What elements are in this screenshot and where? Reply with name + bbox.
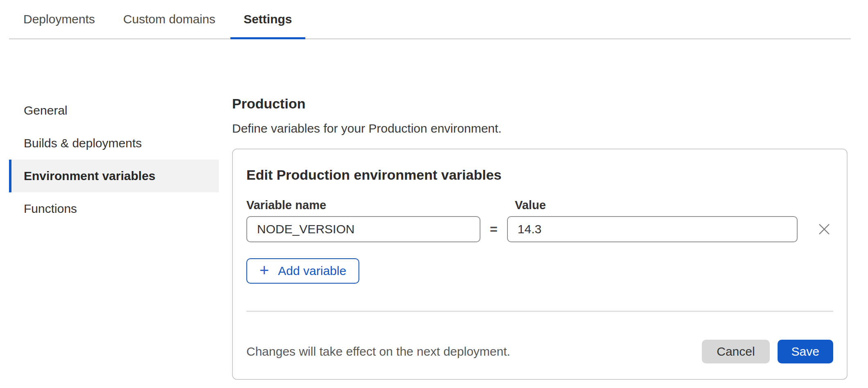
cancel-button[interactable]: Cancel (702, 340, 769, 363)
tab-deployments[interactable]: Deployments (10, 0, 108, 38)
content-area: General Builds & deployments Environment… (0, 40, 868, 388)
page-description: Define variables for your Production env… (232, 121, 868, 136)
top-tab-bar: Deployments Custom domains Settings (9, 0, 851, 39)
card-divider (246, 311, 833, 312)
variable-name-label: Variable name (246, 198, 510, 212)
card-title: Edit Production environment variables (246, 167, 833, 183)
page-title: Production (232, 95, 868, 112)
remove-variable-button[interactable] (816, 220, 833, 238)
tab-custom-domains[interactable]: Custom domains (110, 0, 228, 38)
card-footer: Changes will take effect on the next dep… (246, 340, 833, 363)
settings-page: Deployments Custom domains Settings Gene… (0, 0, 868, 388)
save-button[interactable]: Save (778, 340, 833, 363)
sidebar-item-general[interactable]: General (9, 94, 219, 127)
field-labels-row: Variable name Value (246, 198, 833, 212)
plus-icon: + (259, 262, 269, 278)
tab-settings[interactable]: Settings (230, 0, 305, 38)
variable-name-input[interactable] (246, 216, 480, 242)
variable-row: = (246, 216, 833, 242)
close-icon (818, 223, 830, 235)
settings-sidebar: General Builds & deployments Environment… (0, 40, 232, 388)
value-input[interactable] (507, 216, 798, 242)
add-variable-button[interactable]: + Add variable (246, 258, 359, 284)
environment-variables-card: Edit Production environment variables Va… (232, 149, 848, 380)
main-panel: Production Define variables for your Pro… (232, 40, 868, 388)
add-variable-label: Add variable (278, 264, 346, 278)
equals-sign: = (480, 222, 507, 237)
deployment-note: Changes will take effect on the next dep… (246, 344, 702, 359)
sidebar-item-functions[interactable]: Functions (9, 192, 219, 225)
value-label: Value (510, 198, 546, 212)
sidebar-item-builds-deployments[interactable]: Builds & deployments (9, 127, 219, 160)
sidebar-item-environment-variables[interactable]: Environment variables (9, 160, 219, 192)
